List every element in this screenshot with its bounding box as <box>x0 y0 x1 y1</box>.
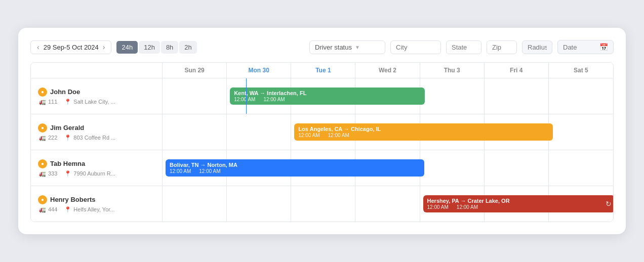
toolbar: ‹ 29 Sep-5 Oct 2024 › 24h 12h 8h 2h Driv… <box>30 40 614 54</box>
state-input[interactable] <box>446 40 481 54</box>
header-fri4: Fri 4 <box>485 63 549 78</box>
header-tue1: Tue 1 <box>291 63 355 78</box>
henry-wed <box>355 186 420 222</box>
driver-name-tab: Tab Hemna <box>50 160 85 167</box>
driver-meta-henry: 🚛 444 📍 Helfs Alley, Yor... <box>38 206 155 213</box>
driver-meta-tab: 🚛 333 📍 7990 Auburn R... <box>38 170 155 177</box>
jim-mon <box>227 114 291 150</box>
truck-icon: 🚛 <box>39 206 46 213</box>
john-thu <box>420 78 485 114</box>
tab-fri <box>485 150 549 186</box>
time-btn-8h[interactable]: 8h <box>161 41 178 54</box>
next-date-btn[interactable]: › <box>102 43 106 51</box>
john-sun <box>163 78 227 114</box>
tab-sun: Bolivar, TN → Norton, MA 12:00 AM 12:00 … <box>163 150 227 186</box>
john-sat <box>549 78 613 114</box>
header-driver-col <box>31 63 163 78</box>
refresh-icon: ↻ <box>606 200 612 208</box>
header-sat5: Sat 5 <box>549 63 613 78</box>
driver-name-john: John Doe <box>50 88 80 96</box>
main-card: ‹ 29 Sep-5 Oct 2024 › 24h 12h 8h 2h Driv… <box>18 28 626 234</box>
zip-input[interactable] <box>487 40 517 54</box>
date-range-label: 29 Sep-5 Oct 2024 <box>44 43 99 51</box>
driver-avatar-henry: ● <box>38 195 47 204</box>
henry-tue <box>291 186 355 222</box>
city-input[interactable] <box>390 40 441 54</box>
location-icon: 📍 <box>64 135 71 141</box>
prev-date-btn[interactable]: ‹ <box>36 43 41 51</box>
calendar-icon: 📅 <box>599 43 608 51</box>
truck-icon: 🚛 <box>39 135 46 141</box>
driver-row: ● Tab Hemna 🚛 333 📍 7990 Auburn R... <box>31 150 613 186</box>
date-navigator: ‹ 29 Sep-5 Oct 2024 › <box>30 40 111 54</box>
driver-info-jim: ● Jim Gerald 🚛 222 📍 803 Coffee Rd ... <box>31 114 163 150</box>
driver-avatar-tab: ● <box>38 159 47 168</box>
driver-info-henry: ● Henry Boberts 🚛 444 📍 Helfs Alley, Yor… <box>31 186 163 222</box>
location-icon: 📍 <box>64 170 71 177</box>
date-input[interactable] <box>563 43 598 51</box>
henry-mon <box>227 186 291 222</box>
header-sun29: Sun 29 <box>163 63 227 78</box>
radius-input[interactable] <box>522 40 552 54</box>
location-icon: 📍 <box>64 99 71 105</box>
driver-status-filter[interactable]: Driver status ▼ <box>309 40 385 54</box>
tab-sat <box>549 150 613 186</box>
location-icon: 📍 <box>64 206 71 213</box>
driver-meta-john: 🚛 111 📍 Salt Lake City, ... <box>38 99 155 105</box>
chevron-down-icon: ▼ <box>355 45 360 50</box>
time-btn-24h[interactable]: 24h <box>116 41 138 54</box>
driver-info-john: ● John Doe 🚛 111 📍 Salt Lake City, ... <box>31 78 163 114</box>
time-options: 24h 12h 8h 2h <box>116 41 196 54</box>
henry-sun <box>163 186 227 222</box>
truck-icon: 🚛 <box>39 99 46 105</box>
schedule-grid: Sun 29 Mon 30 Tue 1 Wed 2 Thu 3 Fri 4 Sa… <box>30 62 614 222</box>
event-jim-la[interactable]: Los Angeles, CA → Chicago, IL 12:00 AM 1… <box>294 123 553 141</box>
driver-name-jim: Jim Gerald <box>50 124 84 132</box>
driver-avatar-john: ● <box>38 88 47 97</box>
driver-name-henry: Henry Boberts <box>50 196 96 203</box>
tab-thu <box>420 150 485 186</box>
event-tab-bolivar[interactable]: Bolivar, TN → Norton, MA 12:00 AM 12:00 … <box>166 159 424 177</box>
event-john-kent[interactable]: Kent, WA → Interlachen, FL 12:00 AM 12:0… <box>230 88 424 105</box>
jim-tue: Los Angeles, CA → Chicago, IL 12:00 AM 1… <box>291 114 355 150</box>
grid-header: Sun 29 Mon 30 Tue 1 Wed 2 Thu 3 Fri 4 Sa… <box>31 63 613 78</box>
header-thu3: Thu 3 <box>420 63 485 78</box>
driver-row: ● John Doe 🚛 111 📍 Salt Lake City, ... <box>31 78 613 114</box>
event-henry-hershey[interactable]: Hershey, PA → Crater Lake, OR 12:00 AM 1… <box>423 195 614 212</box>
john-fri <box>485 78 549 114</box>
time-btn-2h[interactable]: 2h <box>179 41 196 54</box>
driver-row: ● Henry Boberts 🚛 444 📍 Helfs Alley, Yor… <box>31 186 613 222</box>
henry-thu: Hershey, PA → Crater Lake, OR 12:00 AM 1… <box>420 186 485 222</box>
driver-avatar-jim: ● <box>38 123 47 133</box>
jim-sun <box>163 114 227 150</box>
driver-row: ● Jim Gerald 🚛 222 📍 803 Coffee Rd ... <box>31 114 613 150</box>
jim-sat <box>549 114 613 150</box>
header-mon30: Mon 30 <box>227 63 291 78</box>
time-btn-12h[interactable]: 12h <box>139 41 160 54</box>
truck-icon: 🚛 <box>39 170 46 177</box>
driver-info-tab: ● Tab Hemna 🚛 333 📍 7990 Auburn R... <box>31 150 163 186</box>
header-wed2: Wed 2 <box>355 63 420 78</box>
driver-meta-jim: 🚛 222 📍 803 Coffee Rd ... <box>38 135 155 141</box>
john-mon: Kent, WA → Interlachen, FL 12:00 AM 12:0… <box>227 78 291 114</box>
today-indicator <box>246 78 247 114</box>
